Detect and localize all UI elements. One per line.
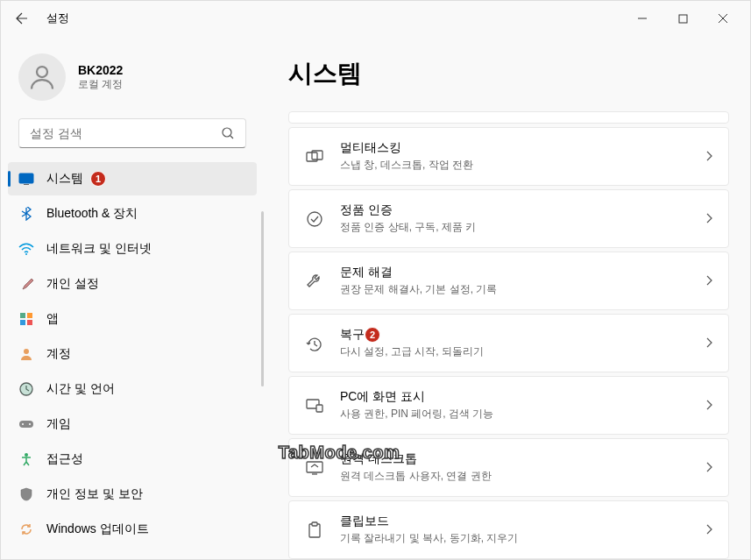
user-name: BK2022 [78,63,123,77]
chevron-right-icon [705,336,712,351]
card-title: 복구 [340,327,365,343]
brush-icon [18,276,34,292]
svg-rect-0 [679,15,687,23]
back-button[interactable] [8,4,36,32]
card-desc: 원격 데스크톱 사용자, 연결 권한 [340,469,690,484]
sidebar-item-network[interactable]: 네트워크 및 인터넷 [8,232,257,266]
card-title: PC에 화면 표시 [340,389,425,405]
shield-icon [18,486,34,502]
close-button[interactable] [703,4,743,32]
settings-card-troubleshoot[interactable]: 문제 해결 권장 문제 해결사, 기본 설정, 기록 [288,252,729,310]
svg-rect-8 [20,320,25,325]
svg-point-16 [25,453,28,457]
sidebar-item-bluetooth[interactable]: Bluetooth & 장치 [8,197,257,230]
maximize-button[interactable] [662,4,703,32]
remote-icon [305,458,324,478]
svg-point-15 [29,423,31,425]
card-desc: 다시 설정, 고급 시작, 되돌리기 [340,344,690,359]
settings-card-projecting[interactable]: PC에 화면 표시 사용 권한, PIN 페어링, 검색 기능 [288,376,729,435]
card-desc: 스냅 창, 데스크톱, 작업 전환 [340,158,690,173]
sidebar-item-label: 시스템 [46,171,83,187]
search-icon [221,126,235,140]
wifi-icon [18,241,34,257]
sidebar-item-apps[interactable]: 앱 [8,302,257,336]
user-info: BK2022 로컬 계정 [78,63,123,92]
svg-rect-22 [307,462,322,472]
close-icon [718,13,728,24]
svg-point-5 [25,253,27,255]
account-icon [18,346,34,362]
chevron-right-icon [705,149,712,165]
chevron-right-icon [705,398,712,414]
accessibility-icon [18,451,34,467]
project-icon [305,396,324,415]
user-type: 로컬 계정 [78,77,123,92]
svg-point-10 [24,349,29,354]
sidebar-item-label: 게임 [46,416,71,432]
chevron-right-icon [705,522,712,538]
card-desc: 기록 잘라내기 및 복사, 동기화, 지우기 [340,531,690,546]
settings-card-clipboard[interactable]: 클립보드 기록 잘라내기 및 복사, 동기화, 지우기 [288,500,729,559]
chevron-right-icon [705,460,712,476]
wrench-icon [305,272,324,291]
svg-rect-9 [27,320,32,325]
sidebar-item-personalization[interactable]: 개인 설정 [8,267,257,301]
sidebar-item-time[interactable]: 시간 및 언어 [8,372,257,406]
user-section[interactable]: BK2022 로컬 계정 [4,43,260,118]
svg-rect-3 [19,174,33,183]
check-circle-icon [305,209,324,229]
settings-card-partial[interactable] [288,111,729,124]
chevron-right-icon [705,273,712,289]
settings-list: 멀티태스킹 스냅 창, 데스크톱, 작업 전환 정품 인증 정품 인증 상태, … [288,111,729,559]
svg-point-19 [308,212,322,226]
maximize-icon [678,14,688,24]
sidebar-item-label: Windows 업데이트 [46,521,149,537]
update-icon [18,521,34,537]
clipboard-icon [305,521,324,540]
sidebar: BK2022 로컬 계정 시스템 1 Bluetooth & 장치 네트워크 및… [1,36,264,559]
sidebar-item-label: 개인 정보 및 보안 [46,486,143,502]
multitasking-icon [305,147,324,167]
clock-icon [18,381,34,397]
sidebar-item-accounts[interactable]: 계정 [8,337,257,371]
sidebar-item-label: 접근성 [46,451,83,467]
sidebar-item-label: Bluetooth & 장치 [46,206,138,222]
apps-icon [18,311,34,327]
svg-rect-13 [19,421,33,428]
avatar [18,53,66,101]
settings-card-multitasking[interactable]: 멀티태스킹 스냅 창, 데스크톱, 작업 전환 [288,127,729,186]
arrow-left-icon [15,11,29,25]
sidebar-item-accessibility[interactable]: 접근성 [8,443,257,476]
sidebar-item-system[interactable]: 시스템 1 [8,162,257,195]
system-icon [18,171,34,187]
card-desc: 정품 인증 상태, 구독, 제품 키 [340,220,690,235]
card-title: 클립보드 [340,514,389,529]
recovery-icon [305,334,324,353]
minimize-button[interactable] [622,4,662,32]
settings-card-activation[interactable]: 정품 인증 정품 인증 상태, 구독, 제품 키 [288,189,729,248]
titlebar: 설정 [1,1,750,36]
search-box[interactable] [18,118,246,148]
svg-rect-6 [20,313,25,318]
badge: 2 [365,327,380,343]
svg-point-12 [20,383,32,395]
settings-card-remote[interactable]: 원격 데스크톱 원격 데스크톱 사용자, 연결 권한 [288,438,729,497]
svg-rect-4 [24,184,29,185]
svg-rect-21 [316,405,322,412]
nav-list: 시스템 1 Bluetooth & 장치 네트워크 및 인터넷 개인 설정 앱 [4,162,260,546]
card-title: 문제 해결 [340,265,393,280]
card-title: 멀티태스킹 [340,140,401,156]
card-title: 정품 인증 [340,202,393,218]
sidebar-item-update[interactable]: Windows 업데이트 [8,513,257,546]
badge: 1 [90,171,106,187]
chevron-right-icon [705,211,712,227]
settings-card-recovery[interactable]: 복구2 다시 설정, 고급 시작, 되돌리기 [288,314,729,372]
person-icon [26,61,58,93]
sidebar-item-gaming[interactable]: 게임 [8,408,257,441]
svg-point-2 [223,128,231,137]
search-input[interactable] [30,126,221,140]
main-content: 시스템 멀티태스킹 스냅 창, 데스크톱, 작업 전환 정품 인증 정품 인 [264,36,750,559]
sidebar-item-label: 앱 [46,311,59,327]
minimize-icon [637,13,648,24]
sidebar-item-privacy[interactable]: 개인 정보 및 보안 [8,478,257,511]
